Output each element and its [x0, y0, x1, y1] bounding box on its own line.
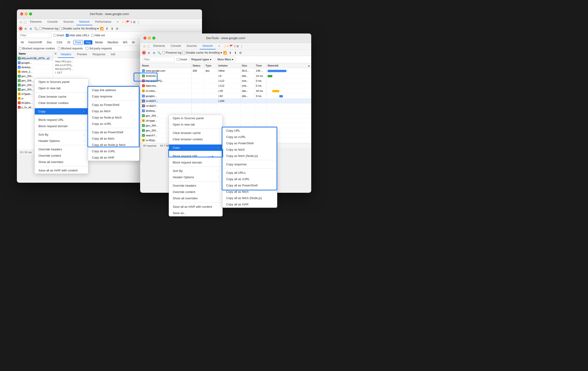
- record-icon-2[interactable]: [142, 51, 146, 55]
- cs1-all-har[interactable]: Copy all as HAR: [88, 154, 139, 161]
- tab-network-1[interactable]: Network: [76, 19, 92, 25]
- search-icon-1[interactable]: 🔍: [34, 26, 38, 31]
- type-media-1[interactable]: Media: [93, 40, 105, 44]
- settings2-icon-2[interactable]: ⚙: [238, 51, 242, 55]
- cs1-all-powershell[interactable]: Copy all as PowerShell: [88, 129, 139, 135]
- cs2-copy-url[interactable]: Copy URL: [222, 127, 277, 134]
- tab-network-2[interactable]: Network: [200, 43, 216, 49]
- cs2-all-urls[interactable]: Copy all URLs: [222, 170, 277, 176]
- cm1-block-url[interactable]: Block request URL: [35, 117, 88, 123]
- net-row-0[interactable]: X ANLem4YSB_cRTN...u2: [17, 56, 53, 61]
- hide-data-checkbox-1[interactable]: Hide data URLs: [66, 34, 89, 37]
- tab-elements-1[interactable]: Elements: [27, 19, 44, 25]
- cm2-save-har[interactable]: Save all as HAR with content: [169, 204, 222, 210]
- row2-1[interactable]: X4UaGrEl... ):0 (dis... 14 ms: [140, 73, 311, 78]
- throttle-select-1[interactable]: No throttling: [81, 27, 96, 30]
- net-row-2[interactable]: D desktop...: [17, 65, 53, 70]
- minimize-button-1[interactable]: [25, 12, 28, 15]
- cs1-all-nodejs[interactable]: Copy all as Node.js fetch: [88, 142, 139, 148]
- cm1-override-content[interactable]: Override content: [35, 153, 88, 159]
- row2-4[interactable]: Sm=cdos... ):20 (dis... 18 ms: [140, 88, 311, 93]
- tab-more-2[interactable]: »: [216, 43, 223, 49]
- col-initiator-2[interactable]: Initiator: [218, 63, 241, 68]
- cm2-open-new-tab[interactable]: Open in new tab: [169, 121, 222, 128]
- disable-cache-2[interactable]: Disable cache: [182, 51, 203, 54]
- tab-performance-1[interactable]: Performance: [92, 19, 114, 25]
- filter-input-1[interactable]: [19, 33, 52, 38]
- type-css-1[interactable]: CSS: [55, 40, 64, 44]
- download-icon-2[interactable]: ⬇: [233, 51, 237, 55]
- net-row-3[interactable]: S client_2...: [17, 70, 53, 74]
- row2-8[interactable]: Ddesktop...: [140, 108, 311, 113]
- col-type-2[interactable]: Type: [205, 63, 218, 68]
- cs2-all-nodejs[interactable]: Copy all as fetch (Node.js): [222, 195, 277, 201]
- cm1-clear-cache[interactable]: Clear browser cache: [35, 93, 88, 100]
- col-status-2[interactable]: Status: [192, 63, 205, 68]
- type-js-1[interactable]: JS: [65, 40, 72, 44]
- disable-cache-checkbox-1[interactable]: Disable cache: [59, 27, 80, 30]
- upload-icon-2[interactable]: ⬆: [228, 51, 232, 55]
- cm2-show-overrides[interactable]: Show all overrides: [169, 195, 222, 201]
- clear-icon-2[interactable]: ⊘: [147, 51, 151, 55]
- settings2-icon-1[interactable]: ⚙: [115, 26, 119, 31]
- col-waterfall-2[interactable]: Waterfall ▲: [267, 63, 311, 68]
- cs1-copy-link[interactable]: Copy link address: [88, 87, 139, 93]
- cs1-all-fetch[interactable]: Copy all as fetch: [88, 135, 139, 142]
- tab-console-1[interactable]: Console: [44, 19, 61, 25]
- row2-9[interactable]: Xgen_204...: [140, 113, 311, 118]
- close-button-2[interactable]: [143, 37, 147, 40]
- col-name-2[interactable]: Name: [140, 63, 192, 68]
- cm1-clear-cookies[interactable]: Clear browser cookies: [35, 100, 88, 106]
- cm2-sort-by[interactable]: Sort By ›: [169, 168, 222, 174]
- net-row-1[interactable]: D googlel...: [17, 61, 53, 65]
- cm2-header-options[interactable]: Header Options ›: [169, 174, 222, 180]
- cs1-copy-response[interactable]: Copy response: [88, 93, 139, 100]
- hide-ext-checkbox-1[interactable]: Hide ext: [91, 34, 105, 37]
- cs2-powershell[interactable]: Copy as PowerShell: [222, 140, 277, 146]
- tab-sources-2[interactable]: Sources: [184, 43, 200, 49]
- filter-input-2[interactable]: [142, 57, 175, 62]
- cs1-all-curl[interactable]: Copy all as cURL: [88, 148, 139, 154]
- filter-icon-1[interactable]: ⊕: [29, 26, 33, 31]
- cm2-override-content[interactable]: Override content: [169, 189, 222, 195]
- cs2-all-curl[interactable]: Copy all as cURL: [222, 176, 277, 182]
- type-font-1[interactable]: Font: [73, 40, 83, 45]
- row2-2[interactable]: IMpiJpQ1wPQ... ):112 (me... 0 ms: [140, 78, 311, 83]
- clear-icon-1[interactable]: ⊘: [23, 26, 28, 31]
- request-types-btn-2[interactable]: Request types ▾: [189, 57, 213, 62]
- type-ws-1[interactable]: WS: [121, 40, 129, 44]
- cm2-override-headers[interactable]: Override headers: [169, 183, 222, 189]
- htab-headers[interactable]: Headers: [58, 51, 74, 58]
- maximize-button-1[interactable]: [29, 12, 32, 15]
- cs2-all-fetch[interactable]: Copy all as fetch: [222, 188, 277, 195]
- cs1-powershell[interactable]: Copy as PowerShell: [88, 102, 139, 108]
- row2-3[interactable]: Idata:ima... ):112 (me... 0 ms: [140, 83, 311, 88]
- maximize-button-2[interactable]: [152, 37, 155, 40]
- row2-10[interactable]: Scb=gapi...: [140, 118, 311, 123]
- close-headers-1[interactable]: ✕: [53, 51, 58, 56]
- type-manifest-1[interactable]: Manifest: [106, 40, 120, 44]
- row2-5[interactable]: Dgooglec... ):62 (dis... 9 ms: [140, 93, 311, 99]
- settings-icon-1[interactable]: ⚙: [132, 20, 136, 24]
- cs2-copy-response[interactable]: Copy response: [222, 161, 277, 167]
- cm1-copy[interactable]: Copy ›: [35, 108, 88, 114]
- cm1-block-domain[interactable]: Block request domain: [35, 123, 88, 129]
- col-time-2[interactable]: Time: [255, 63, 267, 68]
- wifi-icon-2[interactable]: 📶: [223, 51, 227, 55]
- download-icon-1[interactable]: ⬇: [110, 26, 114, 31]
- type-doc-1[interactable]: Doc: [45, 40, 54, 44]
- third-party-checkbox-1[interactable]: 3rd-party requests: [85, 47, 112, 50]
- record-icon-1[interactable]: [19, 27, 22, 31]
- cm2-copy[interactable]: Copy ›: [169, 144, 222, 151]
- type-all-1[interactable]: All: [19, 40, 26, 44]
- search-icon-2[interactable]: 🔍: [157, 51, 161, 55]
- throttle-2[interactable]: No throttling: [205, 51, 220, 54]
- cm1-override-headers[interactable]: Override headers: [35, 146, 88, 153]
- htab-initi[interactable]: Initi: [108, 51, 118, 58]
- cm2-save-as[interactable]: Save as...: [169, 210, 222, 216]
- row2-6[interactable]: Xrs=AA2Y... ):100: [140, 99, 311, 103]
- tab-more-1[interactable]: »: [114, 19, 121, 25]
- invert-2[interactable]: Invert: [177, 58, 187, 61]
- blocked-requests-checkbox-1[interactable]: Blocked requests: [58, 47, 83, 50]
- more-filters-btn-2[interactable]: More filters ▾: [215, 57, 236, 62]
